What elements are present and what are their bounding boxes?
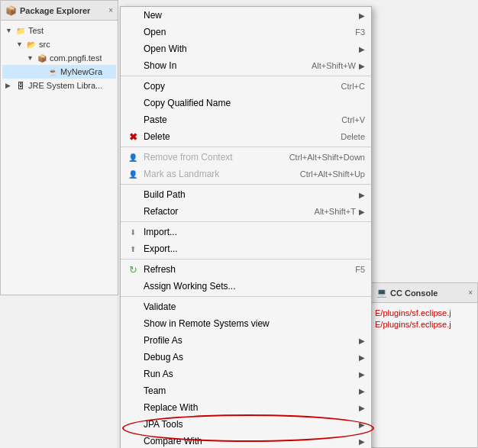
explorer-icon: 📦 — [5, 5, 17, 16]
menu-item-open-with[interactable]: Open With▶ — [121, 40, 371, 57]
tree-item-icon: ☕ — [47, 66, 59, 78]
menu-label-assign-working-sets: Assign Working Sets... — [144, 281, 365, 292]
tree-arrow-icon: ▼ — [27, 54, 34, 62]
menu-item-show-in[interactable]: Show InAlt+Shift+W▶ — [121, 57, 371, 74]
remove-from-context-icon: 👤 — [127, 151, 139, 163]
menu-item-team[interactable]: Team▶ — [121, 382, 371, 399]
menu-item-new[interactable]: New▶ — [121, 7, 371, 24]
tree-item-label: Test — [28, 26, 44, 35]
menu-label-team: Team — [144, 385, 356, 396]
tree-item-label: src — [39, 40, 50, 49]
panel-title: Package Explorer — [20, 6, 105, 15]
menu-label-paste: Paste — [144, 114, 326, 125]
menu-shortcut-refresh: F5 — [355, 265, 365, 274]
menu-submenu-arrow-refactor: ▶ — [359, 208, 365, 216]
menu-submenu-arrow-jpa-tools: ▶ — [359, 421, 365, 429]
menu-label-compare-with: Compare With — [144, 436, 356, 446]
menu-shortcut-refactor: Alt+Shift+T — [315, 207, 356, 216]
menu-item-mark-as-landmark: 👤Mark as LandmarkCtrl+Alt+Shift+Up — [121, 166, 371, 182]
menu-submenu-arrow-team: ▶ — [359, 387, 365, 395]
menu-item-delete[interactable]: ✖DeleteDelete — [121, 128, 371, 145]
tree-arrow-icon: ▶ — [5, 82, 13, 89]
cc-console-line: E/plugins/sf.eclipse.j — [375, 319, 474, 330]
cc-icon: 💻 — [376, 288, 387, 298]
import-icon: ⬇ — [127, 226, 139, 238]
menu-label-replace-with: Replace With — [144, 402, 356, 413]
cc-close-icon[interactable]: × — [468, 288, 473, 297]
tree-item-label: MyNewGra — [60, 67, 102, 76]
menu-item-assign-working-sets[interactable]: Assign Working Sets... — [121, 278, 371, 295]
tree-item[interactable]: ▼📁Test — [2, 24, 116, 37]
menu-label-mark-as-landmark: Mark as Landmark — [144, 169, 285, 179]
menu-label-import: Import... — [144, 227, 365, 237]
menu-label-delete: Delete — [144, 131, 325, 142]
menu-label-copy-qualified: Copy Qualified Name — [144, 98, 365, 108]
cc-console-line: E/plugins/sf.eclipse.j — [375, 308, 474, 319]
tree-content: ▼📁Test▼📂src▼📦com.pngfi.test☕MyNewGra▶🗄JR… — [1, 21, 118, 95]
tree-item[interactable]: ▼📦com.pngfi.test — [2, 51, 116, 65]
panel-header: 📦 Package Explorer × — [1, 1, 118, 21]
menu-submenu-arrow-profile-as: ▶ — [359, 337, 365, 345]
menu-separator — [121, 76, 371, 76]
menu-submenu-arrow-compare-with: ▶ — [359, 437, 365, 446]
menu-item-remove-from-context: 👤Remove from ContextCtrl+Alt+Shift+Down — [121, 149, 371, 166]
menu-submenu-arrow-new: ▶ — [359, 11, 365, 20]
package-explorer-panel: 📦 Package Explorer × ▼📁Test▼📂src▼📦com.pn… — [0, 0, 118, 295]
menu-label-refactor: Refactor — [144, 206, 299, 217]
menu-label-profile-as: Profile As — [144, 335, 356, 346]
menu-submenu-arrow-show-in: ▶ — [359, 62, 365, 70]
menu-shortcut-delete: Delete — [341, 132, 365, 141]
menu-item-import[interactable]: ⬇Import... — [121, 224, 371, 240]
menu-item-export[interactable]: ⬆Export... — [121, 240, 371, 257]
cc-console-header: 💻 CC Console × — [372, 283, 477, 303]
tree-item[interactable]: ▼📂src — [2, 37, 116, 51]
tree-item-label: JRE System Libra... — [28, 81, 102, 90]
tree-item-icon: 🗄 — [15, 79, 27, 92]
mark-as-landmark-icon: 👤 — [127, 168, 139, 180]
menu-item-copy-qualified[interactable]: Copy Qualified Name — [121, 95, 371, 111]
tree-item-icon: 📂 — [25, 38, 37, 50]
menu-item-compare-with[interactable]: Compare With▶ — [121, 433, 371, 448]
menu-shortcut-paste: Ctrl+V — [341, 115, 365, 124]
menu-item-open[interactable]: OpenF3 — [121, 24, 371, 40]
menu-item-jpa-tools[interactable]: JPA Tools▶ — [121, 416, 371, 433]
menu-item-refactor[interactable]: RefactorAlt+Shift+T▶ — [121, 203, 371, 220]
refresh-icon: ↻ — [127, 263, 139, 276]
menu-item-profile-as[interactable]: Profile As▶ — [121, 332, 371, 349]
menu-item-validate[interactable]: Validate — [121, 298, 371, 315]
menu-item-show-remote[interactable]: Show in Remote Systems view — [121, 315, 371, 332]
menu-label-debug-as: Debug As — [144, 352, 356, 363]
menu-submenu-arrow-build-path: ▶ — [359, 191, 365, 199]
menu-submenu-arrow-open-with: ▶ — [359, 45, 365, 53]
tree-item[interactable]: ▶🗄JRE System Libra... — [2, 79, 116, 92]
menu-item-refresh[interactable]: ↻RefreshF5 — [121, 261, 371, 278]
menu-item-copy[interactable]: CopyCtrl+C — [121, 78, 371, 95]
menu-item-replace-with[interactable]: Replace With▶ — [121, 399, 371, 416]
tree-item-icon: 📁 — [15, 24, 27, 37]
menu-item-debug-as[interactable]: Debug As▶ — [121, 349, 371, 366]
menu-label-open-with: Open With — [144, 44, 356, 54]
menu-label-copy: Copy — [144, 81, 326, 92]
cc-console-panel: 💻 CC Console × E/plugins/sf.eclipse.jE/p… — [371, 282, 478, 448]
menu-label-remove-from-context: Remove from Context — [144, 152, 274, 163]
menu-shortcut-open: F3 — [355, 27, 365, 37]
tree-item[interactable]: ☕MyNewGra — [2, 65, 116, 79]
tree-item-icon: 📦 — [36, 52, 48, 64]
menu-item-paste[interactable]: PasteCtrl+V — [121, 111, 371, 128]
tree-item-label: com.pngfi.test — [50, 53, 102, 63]
menu-shortcut-mark-as-landmark: Ctrl+Alt+Shift+Up — [300, 169, 365, 179]
tree-arrow-icon: ▼ — [16, 40, 24, 48]
export-icon: ⬆ — [127, 243, 139, 255]
menu-submenu-arrow-replace-with: ▶ — [359, 404, 365, 412]
menu-label-validate: Validate — [144, 301, 365, 312]
cc-console-title: CC Console — [390, 288, 465, 298]
cc-console-content: E/plugins/sf.eclipse.jE/plugins/sf.eclip… — [372, 303, 477, 336]
menu-submenu-arrow-debug-as: ▶ — [359, 353, 365, 362]
menu-separator — [121, 147, 371, 147]
menu-shortcut-show-in: Alt+Shift+W — [312, 61, 356, 70]
menu-label-refresh: Refresh — [144, 264, 340, 275]
close-icon[interactable]: × — [108, 6, 113, 15]
menu-item-run-as[interactable]: Run As▶ — [121, 366, 371, 382]
menu-item-build-path[interactable]: Build Path▶ — [121, 186, 371, 203]
tree-arrow-icon: ▼ — [5, 27, 13, 34]
